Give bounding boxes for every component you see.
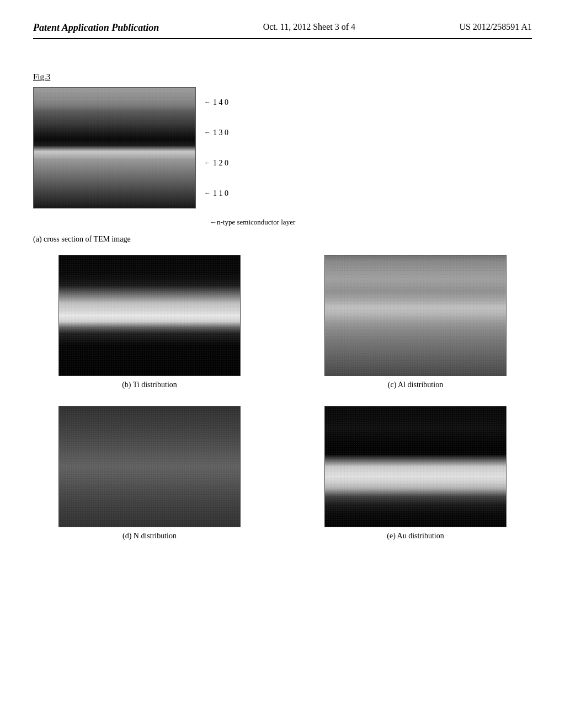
tem-main-image: [33, 87, 196, 208]
n-distribution-image: [58, 406, 241, 527]
au-distribution-image: [324, 406, 507, 527]
patent-number-label: US 2012/258591 A1: [459, 22, 532, 32]
layer-number-120: 1 2 0: [213, 159, 228, 168]
al-distribution-image: [324, 255, 507, 376]
n-caption: (d) N distribution: [122, 532, 177, 540]
image-item-b: (b) Ti distribution: [33, 255, 266, 389]
sub-images-grid: (b) Ti distribution (c) Al distribution …: [33, 255, 532, 540]
layer-number-110: 1 1 0: [213, 189, 228, 198]
n-type-semiconductor-label: ←n-type semiconductor layer: [210, 218, 295, 226]
ti-caption: (b) Ti distribution: [122, 381, 177, 389]
figure-title: Fig.3: [33, 72, 50, 82]
layer-label-130: ← 1 3 0: [204, 129, 228, 137]
arrow-130: ←: [204, 129, 211, 137]
layer-label-110: ← 1 1 0: [204, 189, 228, 198]
arrow-110: ←: [204, 189, 211, 197]
tem-image-container: ← 1 4 0 ← 1 3 0 ← 1 2 0 ← 1 1 0: [33, 87, 532, 208]
image-item-e: (e) Au distribution: [299, 406, 532, 540]
main-caption: (a) cross section of TEM image: [33, 235, 532, 244]
page-header: Patent Application Publication Oct. 11, …: [33, 22, 532, 39]
image-item-d: (d) N distribution: [33, 406, 266, 540]
figure-3-section: Fig.3 ← 1 4 0 ← 1 3 0 ← 1 2 0: [33, 56, 532, 540]
page-container: Patent Application Publication Oct. 11, …: [0, 0, 565, 728]
patent-publication-label: Patent Application Publication: [33, 22, 159, 34]
image-item-c: (c) Al distribution: [299, 255, 532, 389]
layer-number-140: 1 4 0: [213, 98, 228, 107]
ti-distribution-image: [58, 255, 241, 376]
layer-number-130: 1 3 0: [213, 129, 228, 137]
date-sheet-label: Oct. 11, 2012 Sheet 3 of 4: [263, 22, 355, 32]
layer-labels-container: ← 1 4 0 ← 1 3 0 ← 1 2 0 ← 1 1 0: [204, 87, 228, 208]
al-caption: (c) Al distribution: [388, 381, 443, 389]
au-caption: (e) Au distribution: [387, 532, 444, 540]
n-type-label-container: ←n-type semiconductor layer: [204, 217, 532, 227]
layer-label-140: ← 1 4 0: [204, 98, 228, 107]
layer-label-120: ← 1 2 0: [204, 159, 228, 168]
arrow-120: ←: [204, 159, 211, 167]
arrow-140: ←: [204, 98, 211, 106]
